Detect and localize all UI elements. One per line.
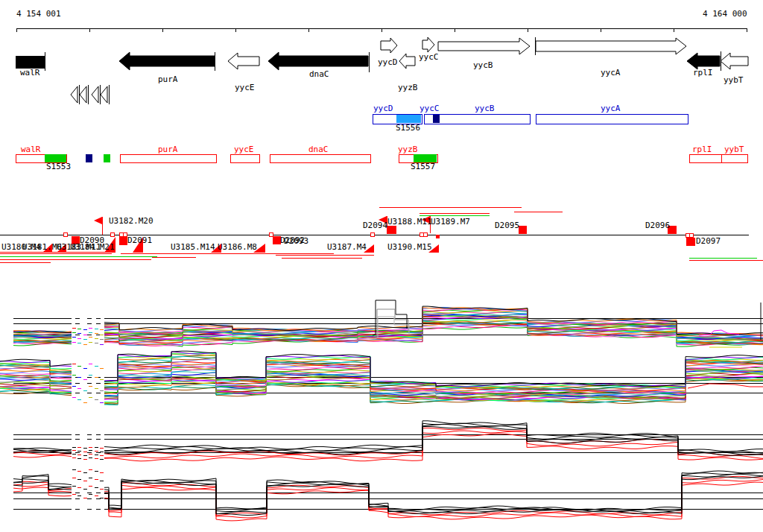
segment-gene-label-yybT[interactable]: yybT (724, 145, 744, 153)
marker-label-D2090[interactable]: D2090 (80, 236, 104, 244)
marker-label-D2091[interactable]: D2091 (127, 236, 152, 244)
coordinate-ruler (16, 28, 747, 32)
gene-arrow-yycC[interactable] (422, 37, 434, 52)
marker-label-U3185.M14[interactable]: U3185.M14 (171, 243, 215, 251)
gene-arrow-yycB[interactable] (438, 38, 530, 54)
expression-track-duo-2 (13, 469, 763, 521)
gene-label-yycE[interactable]: yycE (235, 83, 255, 92)
gene-arrow-purA[interactable] (119, 52, 215, 71)
genome-browser-view: 4 154 001 4 164 000 walRpurAyycEdnaCyycD… (0, 0, 763, 532)
segment-id-label-S1553: S1553 (46, 162, 71, 171)
segment-gene-label-dnaC[interactable]: dnaC (308, 145, 329, 153)
segment-gene-label-rplI[interactable]: rplI (692, 145, 712, 153)
segment-gene-label-yycD[interactable]: yycD (373, 104, 393, 113)
gene-label-yycD[interactable]: yycD (378, 58, 398, 66)
segment-gene-label-walR[interactable]: walR (21, 145, 41, 153)
browser-graphics (0, 0, 763, 532)
segment-gene-label-yycA[interactable]: yycA (601, 104, 621, 113)
marker-label-U3189.M7[interactable]: U3189.M7 (431, 218, 470, 226)
gene-label-yycA[interactable]: yycA (601, 69, 621, 77)
marker-label-D2094[interactable]: D2094 (363, 221, 387, 229)
expression-track-multi-1 (13, 300, 763, 346)
gene-label-yybT[interactable]: yybT (724, 76, 744, 84)
gene-label-dnaC[interactable]: dnaC (309, 70, 329, 78)
segment-gene-label-yycB[interactable]: yycB (475, 104, 495, 113)
marker-label-D2095[interactable]: D2095 (495, 221, 519, 229)
expression-track-duo-1 (13, 421, 763, 461)
gene-label-yyzB[interactable]: yyzB (398, 83, 418, 92)
marker-label-U3186.M8[interactable]: U3186.M8 (218, 243, 257, 251)
gene-arrow-yycE[interactable] (228, 53, 259, 69)
segment-gene-label-yycE[interactable]: yycE (234, 145, 254, 153)
segment-gene-label-purA[interactable]: purA (158, 145, 178, 153)
gene-label-walR[interactable]: walR (20, 69, 40, 77)
gene-label-yycB[interactable]: yycB (473, 61, 493, 69)
expression-track-multi-2 (0, 347, 763, 405)
chevron-arrows (71, 85, 109, 104)
gene-label-yycC[interactable]: yycC (419, 53, 439, 61)
marker-label-D2097[interactable]: D2097 (696, 237, 721, 245)
marker-label-D2093[interactable]: D2093 (284, 237, 308, 245)
marker-label-U3187.M4[interactable]: U3187.M4 (327, 243, 367, 251)
gene-arrow-yycA[interactable] (535, 37, 686, 55)
gene-arrow-yycD[interactable] (381, 38, 397, 53)
marker-label-U3190.M15[interactable]: U3190.M15 (387, 243, 432, 251)
gene-arrow-yybT[interactable] (721, 53, 748, 69)
marker-label-U3182.M20[interactable]: U3182.M20 (109, 217, 153, 225)
gene-label-rplI[interactable]: rplI (693, 69, 713, 77)
segment-gene-label-yyzB[interactable]: yyzB (398, 145, 418, 153)
segment-gene-label-yycC[interactable]: yycC (420, 104, 440, 113)
marker-label-U3188.M11[interactable]: U3188.M11 (387, 218, 432, 226)
segment-id-label-S1557: S1557 (411, 162, 435, 171)
segment-id-label-S1556: S1556 (396, 124, 420, 132)
gene-label-purA[interactable]: purA (158, 75, 178, 83)
marker-label-D2096[interactable]: D2096 (645, 221, 670, 229)
red-segment-row[interactable] (16, 154, 747, 162)
gene-arrow-yyzB[interactable] (399, 54, 415, 69)
